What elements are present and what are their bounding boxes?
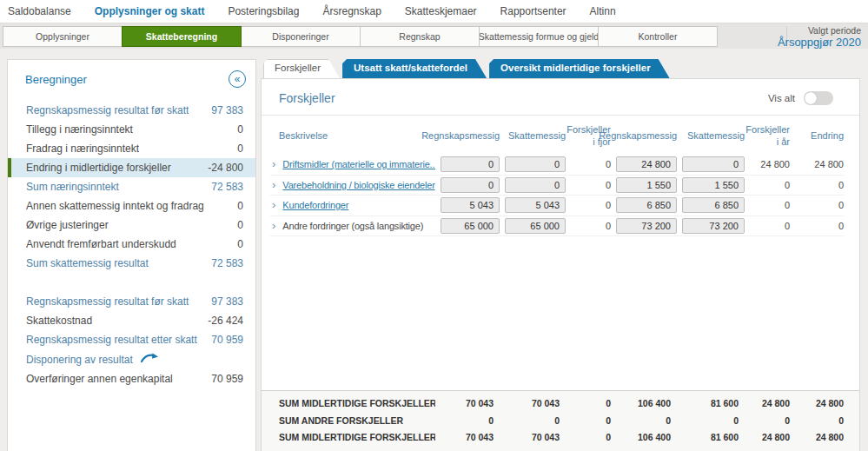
amount-input[interactable] (505, 156, 566, 172)
table-row: ›Varebeholdning / biologiske eiendeler00… (270, 176, 844, 196)
summary-label: SUM MIDLERTIDIGE FORSKJELLER S... (270, 398, 435, 408)
table-row: ›Kundefordringer000 (270, 196, 844, 216)
amount-input[interactable] (616, 177, 677, 193)
row-label[interactable]: Kundefordringer (282, 200, 348, 210)
row-label-cell: ›Andre fordringer (også langsiktige) (270, 219, 435, 233)
summary-value: 0 (571, 398, 611, 408)
nav-item-posteringsbilag[interactable]: Posteringsbilag (228, 5, 299, 17)
amount-input[interactable] (616, 156, 677, 172)
expand-chevron-icon[interactable]: › (272, 178, 275, 191)
sidebar-item-label: Anvendt fremførbart underskudd (26, 237, 176, 251)
summary-value: 24 800 (750, 398, 790, 408)
summary-value: 0 (505, 415, 566, 426)
show-all-control: Vis alt (768, 91, 833, 105)
module-tab-skattemessig-formue-og-gjeld[interactable]: Skattemessig formue og gjeld (479, 26, 599, 47)
sidebar-item-skattekostnad[interactable]: Skattekostnad-26 424 (8, 311, 255, 330)
amount-input[interactable] (682, 156, 745, 172)
nav-item-opplysninger-og-skatt[interactable]: Opplysninger og skatt (95, 5, 205, 17)
module-tab-disponeringer[interactable]: Disponeringer (241, 26, 361, 47)
sidebar-item-label: Regnskapsmessig resultat etter skatt (26, 333, 197, 347)
sidebar-item-label: Overføringer annen egenkapital (26, 372, 173, 386)
nav-item-altinn[interactable]: Altinn (590, 5, 616, 17)
tab-oversikt-midlertidige-forskjeller[interactable]: Oversikt midlertidige forskjeller (489, 59, 670, 78)
amount-input[interactable] (682, 218, 745, 234)
sidebar-item-sum-skattemessig-resultat[interactable]: Sum skattemessig resultat72 583 (8, 254, 255, 273)
amount-input[interactable] (441, 218, 500, 234)
nav-item-rsregnskap[interactable]: Årsregnskap (322, 5, 381, 17)
period-value[interactable]: Årsoppgjør 2020 (778, 36, 861, 48)
row-label[interactable]: Varebeholdning / biologiske eiendeler (282, 180, 434, 190)
sidebar-item-label: Sum næringsinntekt (26, 180, 119, 194)
expand-chevron-icon[interactable]: › (272, 219, 275, 232)
sidebar-item-label: Endring i midlertidige forskjeller (26, 161, 171, 175)
sidebar-item-label: Regnskapsmessig resultat før skatt (26, 295, 189, 308)
sidebar-item-vrige-justeringer[interactable]: Øvrige justeringer0 (8, 216, 255, 235)
sidebar-item-tillegg-i-n-ringsinntekt[interactable]: Tillegg i næringsinntekt0 (8, 120, 255, 139)
sidebar-item-value: 0 (237, 218, 243, 232)
row-label-cell: ›Varebeholdning / biologiske eiendeler (270, 178, 435, 192)
amount-input[interactable] (616, 218, 677, 234)
amount-input[interactable] (505, 177, 566, 193)
table-body: ›Driftsmidler (materielle og immaterie..… (262, 155, 859, 236)
sidebar-item-fradrag-i-n-ringsinntekt[interactable]: Fradrag i næringsinntekt0 (8, 139, 255, 158)
main-panel: Forskjeller Vis alt BeskrivelseRegnskaps… (261, 78, 860, 451)
sidebar-item-label: Sum skattemessig resultat (26, 256, 149, 270)
expand-chevron-icon[interactable]: › (272, 198, 275, 211)
module-tab-opplysninger[interactable]: Opplysninger (3, 26, 123, 47)
sidebar-item-value: 97 383 (211, 295, 243, 308)
sidebar-item-value: 97 383 (211, 103, 243, 117)
sidebar-item-regnskapsmessig-resultat-f-r-skatt[interactable]: Regnskapsmessig resultat før skatt97 383 (8, 292, 255, 311)
summary-value: 70 043 (505, 432, 566, 442)
summary-label: SUM MIDLERTIDIGE FORSKJELLER (270, 432, 435, 442)
expand-chevron-icon[interactable]: › (272, 157, 275, 170)
amount-input[interactable] (441, 177, 500, 193)
nav-item-saldobalanse[interactable]: Saldobalanse (8, 5, 71, 17)
period-selector[interactable]: Valgt periode Årsoppgjør 2020 (778, 25, 861, 48)
tab-forskjeller[interactable]: Forskjeller (263, 59, 340, 78)
amount-input[interactable] (682, 197, 745, 213)
sidebar-collapse-button[interactable]: « (229, 70, 246, 88)
amount-input[interactable] (441, 156, 500, 172)
sidebar-item-label: Tillegg i næringsinntekt (26, 123, 133, 136)
panel-spacer (262, 236, 859, 390)
sidebar-item-annen-skattemessig-inntekt-og-fradrag[interactable]: Annen skattemessig inntekt og fradrag0 (8, 196, 255, 216)
row-label[interactable]: Driftsmidler (materielle og immaterie... (282, 159, 435, 169)
sidebar-item-regnskapsmessig-resultat-etter-skatt[interactable]: Regnskapsmessig resultat etter skatt70 9… (8, 330, 255, 349)
sidebar-item-value: 0 (237, 123, 243, 136)
amount-input[interactable] (682, 177, 745, 193)
amount-input[interactable] (616, 197, 677, 213)
curved-arrow-right-icon (141, 352, 160, 367)
sidebar-item-anvendt-fremf-rbart-underskudd[interactable]: Anvendt fremførbart underskudd0 (8, 235, 255, 254)
main-tabs: ForskjellerUtsatt skatt/skattefordelOver… (263, 59, 670, 78)
amount-input[interactable] (441, 197, 500, 213)
summary-value: 106 400 (616, 398, 677, 408)
show-all-toggle[interactable] (804, 91, 833, 105)
row-label: Andre fordringer (også langsiktige) (282, 221, 423, 231)
toggle-knob (805, 92, 817, 104)
nav-item-rapportsenter[interactable]: Rapportsenter (500, 5, 567, 17)
sidebar-item-disponering-av-resultat[interactable]: Disponering av resultat (8, 349, 255, 369)
nav-item-skatteskjemaer[interactable]: Skatteskjemaer (405, 5, 477, 17)
sidebar-item-value: 72 583 (211, 180, 243, 194)
module-tabbar: OpplysningerSkatteberegningDisponeringer… (0, 23, 868, 49)
module-tab-skatteberegning[interactable]: Skatteberegning (122, 26, 242, 47)
sidebar-item-overf-ringer-annen-egenkapital[interactable]: Overføringer annen egenkapital70 959 (8, 369, 255, 388)
module-tab-regnskap[interactable]: Regnskap (360, 26, 480, 47)
table-summary: SUM MIDLERTIDIGE FORSKJELLER S...70 0437… (262, 390, 859, 451)
amount-text: 0 (571, 221, 611, 231)
sidebar-item-endring-i-midlertidige-forskjeller[interactable]: Endring i midlertidige forskjeller-24 80… (8, 158, 255, 177)
tab-utsatt-skatt-skattefordel[interactable]: Utsatt skatt/skattefordel (342, 59, 487, 78)
sidebar-item-regnskapsmessig-resultat-f-r-skatt[interactable]: Regnskapsmessig resultat før skatt97 383 (8, 101, 255, 120)
amount-input[interactable] (505, 197, 566, 213)
sidebar-item-sum-n-ringsinntekt[interactable]: Sum næringsinntekt72 583 (8, 177, 255, 196)
amount-text: 0 (795, 180, 844, 190)
amount-input[interactable] (505, 218, 566, 234)
table-header-row: BeskrivelseRegnskapsmessigSkattemessigFo… (270, 123, 844, 148)
sidebar-item-label: Disponering av resultat (26, 353, 133, 367)
sidebar-item-label: Fradrag i næringsinntekt (26, 142, 139, 156)
amount-text: 0 (750, 200, 790, 210)
summary-value: 0 (795, 415, 844, 426)
summary-value: 0 (616, 415, 677, 426)
summary-value: 81 600 (682, 398, 745, 408)
module-tab-kontroller[interactable]: Kontroller (598, 26, 718, 47)
